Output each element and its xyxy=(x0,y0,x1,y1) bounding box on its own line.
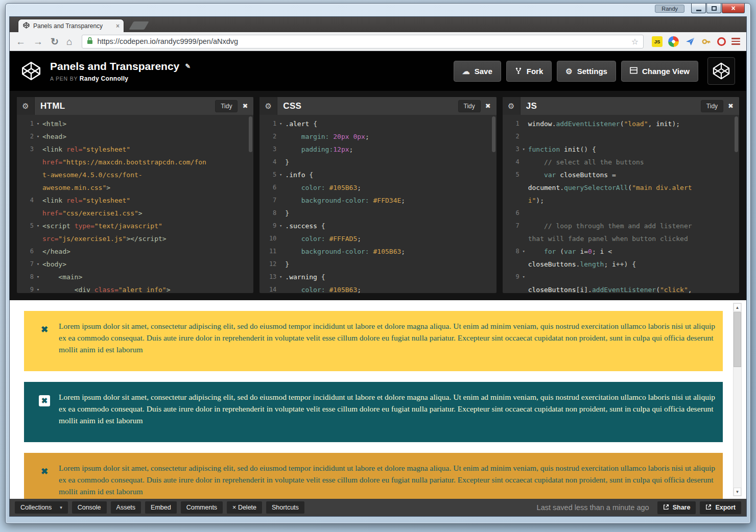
line-number: 6 xyxy=(262,181,276,194)
minimize-button[interactable] xyxy=(691,4,706,13)
address-bar[interactable]: https://codepen.io/randyc9999/pen/aNxdvg… xyxy=(82,35,644,49)
fork-button[interactable]: Fork xyxy=(506,61,552,82)
code-line: 1▾.alert { xyxy=(262,117,496,130)
code-line: 6 color: #105B63; xyxy=(262,181,496,194)
close-button[interactable]: × xyxy=(722,4,745,13)
extension-icons: JS xyxy=(652,36,740,47)
editor-scrollbar-thumb[interactable] xyxy=(735,116,738,152)
fold-arrow-icon[interactable]: ▾ xyxy=(276,168,285,181)
tidy-button[interactable]: Tidy xyxy=(215,100,238,112)
back-icon[interactable]: ← xyxy=(16,37,26,46)
preview-scrollbar[interactable]: ▲ ▼ xyxy=(733,303,742,496)
tab-close-icon[interactable]: × xyxy=(116,22,120,30)
code-line: 5▾<script type="text/javascript" xyxy=(19,220,253,232)
code-editor-js[interactable]: 1window.addEventListener("load", init);2… xyxy=(503,115,739,293)
fold-arrow-icon[interactable]: ▾ xyxy=(519,245,528,258)
pen-title-block: Panels and Transparency ✎ A PEN BY Randy… xyxy=(50,60,191,82)
maximize-button[interactable] xyxy=(706,4,721,13)
alert-text: Lorem ipsum dolor sit amet, consectetur … xyxy=(59,388,717,436)
code-editor-css[interactable]: 1▾.alert {2 margin: 20px 0px;3 padding:1… xyxy=(259,115,496,293)
js-extension-icon[interactable]: JS xyxy=(652,36,663,47)
code-line: 1window.addEventListener("load", init); xyxy=(505,117,739,130)
code-line: 5 var closeButtons = xyxy=(505,168,739,181)
line-number: 8 xyxy=(262,207,276,220)
home-icon[interactable]: ⌂ xyxy=(66,37,72,46)
alert-panel-success: ✖ Lorem ipsum dolor sit amet, consectetu… xyxy=(24,382,723,442)
panel-title: HTML xyxy=(40,101,65,111)
line-number xyxy=(505,181,519,194)
panel-settings-gear-icon[interactable]: ⚙ xyxy=(17,97,35,115)
scroll-down-icon[interactable]: ▼ xyxy=(734,488,741,496)
plane-extension-icon[interactable] xyxy=(684,36,695,47)
forward-icon[interactable]: → xyxy=(33,37,43,46)
codepen-logo-icon[interactable] xyxy=(21,61,41,81)
fold-arrow-icon[interactable]: ▾ xyxy=(276,117,285,130)
panel-header: ⚙ CSS Tidy ✖ xyxy=(259,97,496,115)
fold-arrow-icon[interactable]: ▾ xyxy=(34,220,42,232)
scrollbar-thumb[interactable] xyxy=(734,312,741,367)
cloud-icon: ☁ xyxy=(462,67,470,75)
codepen-favicon xyxy=(23,22,30,30)
footer-comments-button[interactable]: Comments xyxy=(181,501,223,514)
editor-scrollbar-thumb[interactable] xyxy=(492,116,495,152)
scroll-up-icon[interactable]: ▲ xyxy=(734,303,741,311)
fold-arrow-icon[interactable]: ▾ xyxy=(34,117,42,130)
share-button[interactable]: Share xyxy=(657,501,696,514)
code-line: i"); xyxy=(505,194,739,207)
line-number: 7 xyxy=(19,258,34,271)
line-number xyxy=(505,283,519,293)
panel-settings-gear-icon[interactable]: ⚙ xyxy=(259,97,277,115)
fold-arrow-icon[interactable]: ▾ xyxy=(34,283,42,293)
settings-button[interactable]: ⚙ Settings xyxy=(557,61,616,82)
minimize-icon xyxy=(696,10,701,11)
fold-arrow-icon[interactable]: ▾ xyxy=(519,271,528,283)
key-extension-icon[interactable] xyxy=(701,36,712,47)
author-name[interactable]: Randy Connolly xyxy=(80,75,129,82)
fold-arrow-icon[interactable]: ▾ xyxy=(519,143,528,156)
bookmark-star-icon[interactable]: ☆ xyxy=(631,37,639,46)
fold-arrow-icon[interactable]: ▾ xyxy=(34,258,42,271)
export-button[interactable]: Export xyxy=(700,501,741,514)
panel-close-icon[interactable]: ✖ xyxy=(728,102,734,110)
url-text: https://codepen.io/randyc9999/pen/aNxdvg xyxy=(97,37,238,45)
new-tab-button[interactable] xyxy=(129,21,149,30)
footer-collections-button[interactable]: Collections▾ xyxy=(15,501,68,514)
panel-settings-gear-icon[interactable]: ⚙ xyxy=(503,97,521,115)
codepen-logo-tile[interactable] xyxy=(707,57,735,85)
line-number: 6 xyxy=(505,207,519,220)
fold-arrow-icon[interactable]: ▾ xyxy=(34,271,42,283)
panel-close-icon[interactable]: ✖ xyxy=(242,102,248,110)
footer-console-button[interactable]: Console xyxy=(72,501,107,514)
fold-arrow-icon[interactable]: ▾ xyxy=(276,220,285,232)
colorwheel-extension-icon[interactable] xyxy=(668,36,679,47)
menu-icon[interactable] xyxy=(731,38,740,45)
reload-icon[interactable]: ↻ xyxy=(51,37,59,46)
change-view-button[interactable]: Change View xyxy=(621,61,698,82)
chevron-down-icon: ▾ xyxy=(60,505,62,510)
alert-close-x-icon[interactable]: ✖ xyxy=(30,317,59,365)
tidy-button[interactable]: Tidy xyxy=(701,100,723,112)
tidy-button[interactable]: Tidy xyxy=(458,100,481,112)
footer-delete-button[interactable]: × Delete xyxy=(227,501,262,514)
window-titlebar[interactable]: Randy × xyxy=(9,4,747,16)
footer-embed-button[interactable]: Embed xyxy=(145,501,177,514)
footer-shortcuts-button[interactable]: Shortcuts xyxy=(266,501,304,514)
footer-assets-button[interactable]: Assets xyxy=(111,501,141,514)
editor-scrollbar-thumb[interactable] xyxy=(249,116,252,152)
code-line: closeButtons[i].addEventListener("click"… xyxy=(505,283,739,293)
alert-close-x-icon[interactable]: ✖ xyxy=(30,459,59,499)
browser-tab[interactable]: Panels and Transparency × xyxy=(18,19,124,32)
gutter-spacer xyxy=(519,283,528,293)
tab-title: Panels and Transparency xyxy=(33,22,112,30)
code-editor-html[interactable]: 1▾<html>2▾<head>3<link rel="stylesheet"h… xyxy=(17,115,253,293)
panel-close-icon[interactable]: ✖ xyxy=(485,102,491,110)
edit-pencil-icon[interactable]: ✎ xyxy=(185,62,191,70)
fold-arrow-icon[interactable]: ▾ xyxy=(34,130,42,143)
browser-window: Randy × Panels and Transparency × ← → ↻ … xyxy=(5,3,751,524)
save-button[interactable]: ☁ Save xyxy=(454,61,501,82)
gutter-spacer xyxy=(34,207,42,220)
opera-extension-icon[interactable] xyxy=(717,37,726,46)
alert-close-x-icon[interactable]: ✖ xyxy=(30,388,59,436)
profile-name-chip[interactable]: Randy xyxy=(655,5,684,13)
fold-arrow-icon[interactable]: ▾ xyxy=(276,271,285,283)
